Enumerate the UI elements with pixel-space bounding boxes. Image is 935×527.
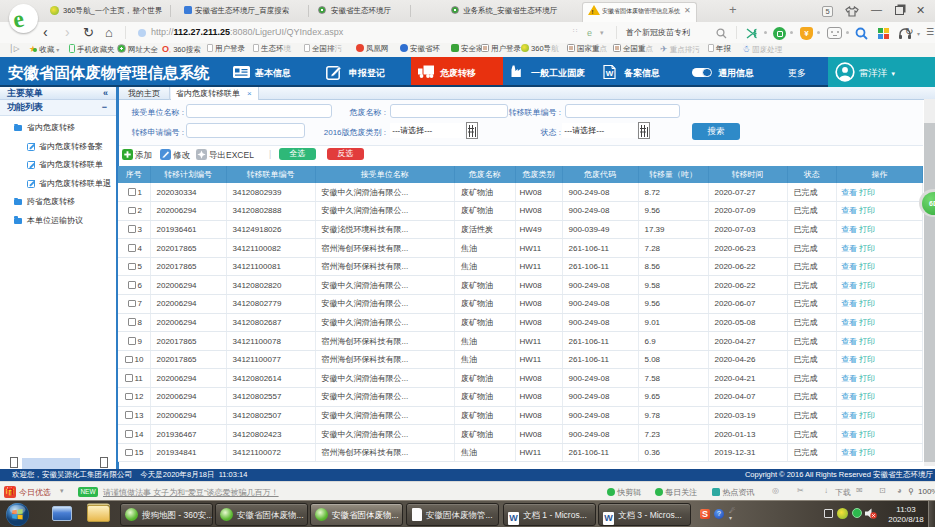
- svg-text:W: W: [606, 69, 614, 78]
